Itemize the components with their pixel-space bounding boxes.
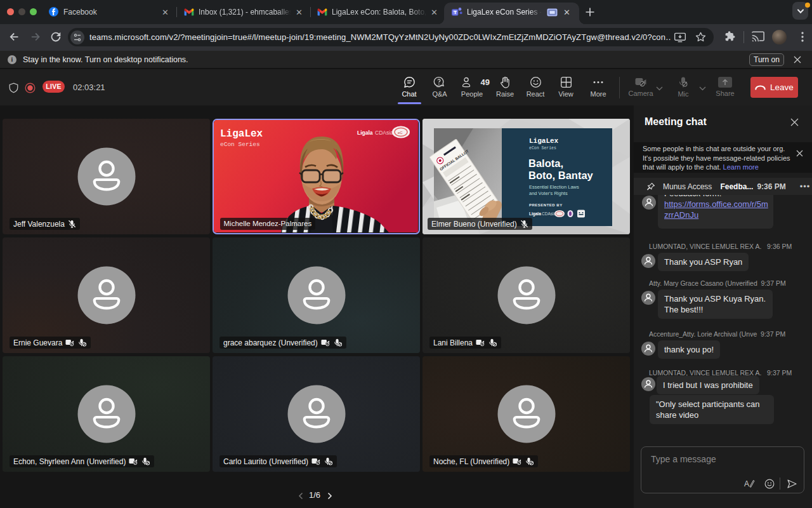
svg-text:Boto, Bantay: Boto, Bantay <box>528 170 594 181</box>
svg-text:CDAsia: CDAsia <box>375 130 393 136</box>
svg-text:LigaLex: LigaLex <box>529 137 559 145</box>
svg-text:Ligala: Ligala <box>529 211 541 217</box>
svg-text:LigaLex: LigaLex <box>220 128 263 140</box>
svg-text:Essential Election Laws: Essential Election Laws <box>529 184 579 190</box>
svg-text:eCon Series: eCon Series <box>529 146 556 150</box>
svg-text:A: A <box>744 479 749 488</box>
svg-text:Ligala: Ligala <box>357 130 373 136</box>
svg-text:Balota,: Balota, <box>528 157 563 169</box>
svg-text:CDAsia: CDAsia <box>542 211 556 216</box>
svg-text:PRESENTED BY: PRESENTED BY <box>529 203 563 207</box>
svg-text:eC: eC <box>398 131 403 135</box>
svg-text:and Voter's Rights: and Voter's Rights <box>529 190 568 196</box>
svg-text:eCon Series: eCon Series <box>220 141 260 148</box>
